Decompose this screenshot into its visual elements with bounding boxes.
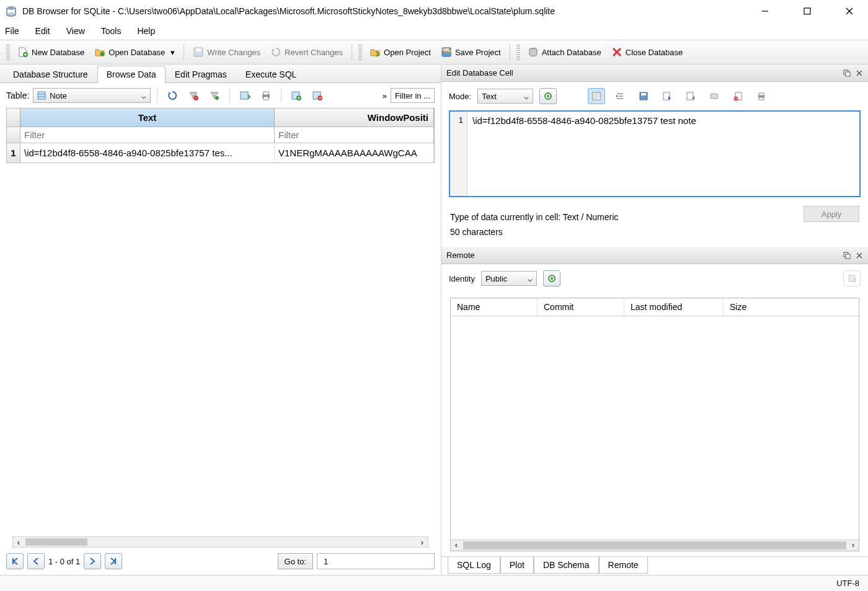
column-header-text[interactable]: Text [20,109,275,127]
tab-execute-sql[interactable]: Execute SQL [236,66,306,83]
clear-filter-button[interactable] [185,87,202,104]
chevron-down-icon: ⌵ [528,274,533,283]
write-changes-button[interactable]: Write Changes [188,43,265,61]
minimize-button[interactable] [751,2,779,20]
table-label: Table: [6,91,29,100]
push-button[interactable] [843,270,861,287]
goto-button[interactable]: Go to: [278,553,313,569]
settings-button[interactable] [539,88,557,104]
svg-rect-22 [264,92,268,95]
row-number-header[interactable] [7,109,20,127]
goto-input[interactable]: 1 [317,553,435,569]
table-row[interactable]: 1 \id=f12bd4f8-6558-4846-a940-0825bfe137… [7,143,434,162]
text-mode-button[interactable] [588,88,605,104]
pager-status: 1 - 0 of 1 [48,557,80,566]
export-button[interactable] [236,87,254,104]
menu-file[interactable]: File [5,26,19,36]
last-page-button[interactable] [105,553,122,569]
main-toolbar: New Database Open Database ▾ Write Chang… [0,40,868,64]
import-button[interactable] [658,88,676,104]
remote-col-size[interactable]: Size [724,298,859,316]
panel-close-icon[interactable] [856,69,863,77]
tab-remote[interactable]: Remote [599,557,648,574]
identity-settings-button[interactable] [543,270,560,287]
scroll-right-icon[interactable]: › [848,540,859,551]
scroll-left-icon[interactable]: ‹ [13,537,24,547]
open-project-button[interactable]: Open Project [365,43,436,61]
remote-table[interactable]: Name Commit Last modified Size ‹ › [450,298,859,551]
column-header-windowposition[interactable]: WindowPositi [275,109,434,127]
toolbar-grip[interactable] [6,44,10,60]
attach-database-button[interactable]: Attach Database [523,43,606,61]
tab-browse-data[interactable]: Browse Data [97,66,166,83]
delete-content-button[interactable] [729,88,746,104]
panel-close-icon[interactable] [856,252,863,259]
print-button[interactable] [257,87,275,104]
column-filter-windowposition[interactable]: Filter [275,127,434,143]
menu-edit[interactable]: Edit [35,26,50,36]
scroll-left-icon[interactable]: ‹ [451,540,462,551]
svg-rect-45 [641,93,646,96]
menu-help[interactable]: Help [137,26,155,36]
tab-database-structure[interactable]: Database Structure [4,66,97,83]
editor-content[interactable]: \id=f12bd4f8-6558-4846-a940-0825bfe13757… [467,112,859,196]
toolbar-grip[interactable] [358,44,362,60]
toolbar-grip[interactable] [516,44,520,60]
save-filter-button[interactable] [206,87,223,104]
scroll-right-icon[interactable]: › [417,537,428,547]
char-count: 50 characters [441,226,627,241]
remote-col-lastmod[interactable]: Last modified [624,298,724,316]
remote-col-name[interactable]: Name [451,298,538,316]
prev-page-button[interactable] [27,553,45,569]
table-select[interactable]: Note ⌵ [33,88,151,103]
apply-button[interactable]: Apply [804,206,859,222]
insert-row-button[interactable] [288,87,305,104]
filter-input[interactable]: Filter in ... [391,88,435,103]
remote-hscroll[interactable]: ‹ › [451,540,859,551]
column-filter-text[interactable]: Filter [20,127,275,143]
tab-plot[interactable]: Plot [500,557,534,574]
print-cell-button[interactable] [753,88,770,104]
delete-row-button[interactable] [309,87,326,104]
horizontal-scrollbar[interactable]: ‹ › [12,536,428,548]
first-page-button[interactable] [6,553,24,569]
bottom-tabs: SQL Log Plot DB Schema Remote [441,556,868,575]
new-database-icon [17,47,29,58]
toolbar-separator [184,44,184,60]
tab-sql-log[interactable]: SQL Log [448,557,500,574]
svg-point-0 [7,6,16,10]
new-database-button[interactable]: New Database [12,43,89,61]
revert-changes-button[interactable]: Revert Changes [265,43,348,61]
open-database-icon [94,47,105,58]
remote-col-commit[interactable]: Commit [538,298,624,316]
svg-rect-53 [759,93,764,96]
cell-text[interactable]: \id=f12bd4f8-6558-4846-a940-0825bfe13757… [20,143,275,162]
data-grid[interactable]: Text WindowPositi Filter Filter 1 \id=f1… [6,108,435,163]
next-page-button[interactable] [84,553,101,569]
refresh-button[interactable] [164,87,181,104]
panel-undock-icon[interactable] [843,252,851,259]
panel-undock-icon[interactable] [843,69,851,77]
close-database-button[interactable]: Close Database [606,43,688,61]
identity-select[interactable]: Public⌵ [481,271,537,286]
cell-windowposition[interactable]: V1NERgMAAAABAAAAAWgCAA [275,143,434,162]
save-project-button[interactable]: Save Project [436,43,506,61]
tab-edit-pragmas[interactable]: Edit Pragmas [166,66,236,83]
svg-rect-47 [687,92,693,100]
mode-select[interactable]: Text⌵ [477,89,533,104]
menu-view[interactable]: View [66,26,85,36]
scroll-thumb[interactable] [463,541,846,549]
window-title: DB Browser for SQLite - C:\Users\two06\A… [22,6,751,16]
scroll-thumb[interactable] [25,538,87,546]
menu-tools[interactable]: Tools [101,26,122,36]
close-database-icon [611,47,622,58]
null-button[interactable] [706,88,723,104]
close-button[interactable] [836,2,863,20]
open-database-button[interactable]: Open Database ▾ [89,43,180,61]
indent-button[interactable] [611,88,629,104]
save-button[interactable] [635,88,652,104]
maximize-button[interactable] [794,2,821,20]
tab-db-schema[interactable]: DB Schema [534,557,599,574]
cell-editor[interactable]: 1 \id=f12bd4f8-6558-4846-a940-0825bfe137… [449,110,861,197]
export-cell-button[interactable] [682,88,699,104]
